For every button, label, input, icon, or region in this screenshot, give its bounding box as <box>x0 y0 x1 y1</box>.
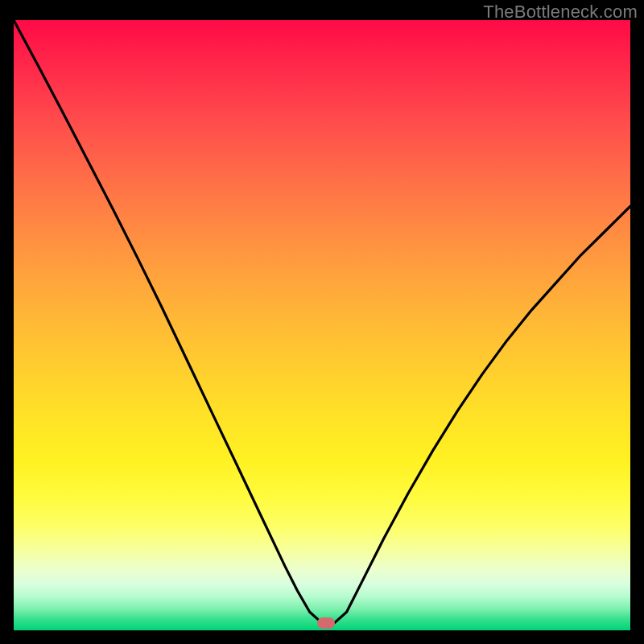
plot-area <box>14 20 630 630</box>
optimal-point-marker <box>317 617 335 629</box>
bottleneck-curve <box>14 20 630 630</box>
chart-frame: TheBottleneck.com <box>0 0 644 644</box>
